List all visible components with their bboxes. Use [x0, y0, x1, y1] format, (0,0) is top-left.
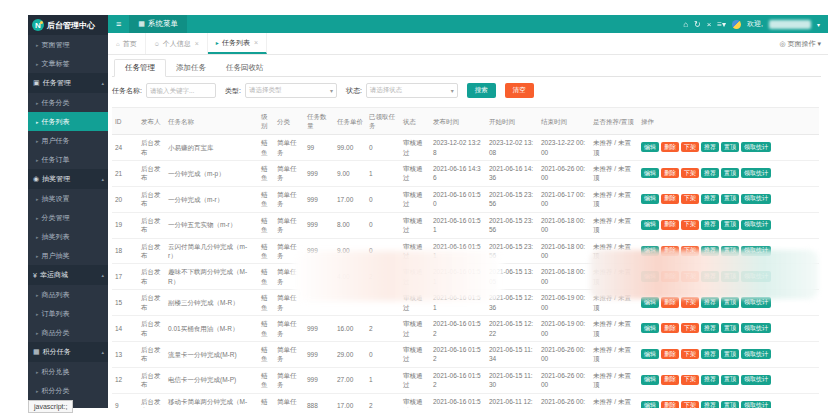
action-edit-button[interactable]: 编辑 [641, 168, 659, 178]
hamburger-icon[interactable]: ≡ [108, 19, 129, 29]
action-edit-button[interactable]: 编辑 [641, 401, 659, 408]
open-tab-profile[interactable]: ☺个人信息× [146, 33, 208, 54]
tab-system-menu[interactable]: ▦ 系统菜单 [129, 15, 187, 33]
action-edit-button[interactable]: 编辑 [641, 142, 659, 152]
action-claim-stats-button[interactable]: 领取统计 [741, 297, 771, 307]
avatar[interactable] [732, 20, 741, 29]
action-recommend-button[interactable]: 推荐 [701, 375, 719, 385]
action-recommend-button[interactable]: 推荐 [701, 246, 719, 256]
action-delete-button[interactable]: 删除 [661, 297, 679, 307]
action-claim-stats-button[interactable]: 领取统计 [741, 349, 771, 359]
sidebar-item[interactable]: ▸商品分类 [28, 323, 108, 342]
clear-button[interactable]: 清空 [505, 83, 534, 98]
open-tab-task-list[interactable]: ▸任务列表× [208, 33, 267, 54]
sidebar-item[interactable]: ▸抽奖列表 [28, 227, 108, 246]
action-offshelf-button[interactable]: 下架 [681, 271, 699, 281]
action-edit-button[interactable]: 编辑 [641, 323, 659, 333]
action-recommend-button[interactable]: 推荐 [701, 401, 719, 408]
action-offshelf-button[interactable]: 下架 [681, 375, 699, 385]
sidebar-item[interactable]: ▸任务列表 [28, 112, 108, 131]
action-pin-top-button[interactable]: 置顶 [721, 220, 739, 230]
action-pin-top-button[interactable]: 置顶 [721, 168, 739, 178]
action-recommend-button[interactable]: 推荐 [701, 168, 719, 178]
action-delete-button[interactable]: 删除 [661, 246, 679, 256]
action-delete-button[interactable]: 删除 [661, 375, 679, 385]
fullscreen-close-icon[interactable]: × [707, 20, 712, 29]
action-claim-stats-button[interactable]: 领取统计 [741, 168, 771, 178]
sidebar-item[interactable]: ▸用户抽奖 [28, 246, 108, 265]
menu-list-icon[interactable]: ≡▾ [717, 20, 726, 29]
tab-add-task[interactable]: 添加任务 [166, 60, 216, 76]
action-claim-stats-button[interactable]: 领取统计 [741, 220, 771, 230]
sidebar-group-task-management[interactable]: ▣任务管理▴ [28, 73, 108, 93]
sidebar-group-lottery-management[interactable]: ◉抽奖管理▴ [28, 169, 108, 189]
tab-task-manage[interactable]: 任务管理 [114, 59, 166, 77]
action-edit-button[interactable]: 编辑 [641, 271, 659, 281]
action-edit-button[interactable]: 编辑 [641, 375, 659, 385]
action-recommend-button[interactable]: 推荐 [701, 142, 719, 152]
action-edit-button[interactable]: 编辑 [641, 297, 659, 307]
action-recommend-button[interactable]: 推荐 [701, 220, 719, 230]
close-icon[interactable]: × [195, 40, 199, 47]
close-icon[interactable]: × [254, 39, 258, 46]
action-offshelf-button[interactable]: 下架 [681, 401, 699, 408]
action-edit-button[interactable]: 编辑 [641, 246, 659, 256]
sidebar-item[interactable]: ▸商品列表 [28, 285, 108, 304]
action-pin-top-button[interactable]: 置顶 [721, 323, 739, 333]
action-claim-stats-button[interactable]: 领取统计 [741, 246, 771, 256]
sidebar-item[interactable]: ▸抽奖设置 [28, 189, 108, 208]
page-operations-dropdown[interactable]: ◎ 页面操作 ▾ [779, 33, 828, 54]
action-claim-stats-button[interactable]: 领取统计 [741, 142, 771, 152]
sidebar-group-lucky-mall[interactable]: ¥幸运商城▴ [28, 265, 108, 285]
action-recommend-button[interactable]: 推荐 [701, 297, 719, 307]
sidebar-item[interactable]: ▸任务订单 [28, 150, 108, 169]
action-claim-stats-button[interactable]: 领取统计 [741, 271, 771, 281]
action-claim-stats-button[interactable]: 领取统计 [741, 323, 771, 333]
sidebar-item[interactable]: ▸积分兑换 [28, 362, 108, 381]
action-pin-top-button[interactable]: 置顶 [721, 375, 739, 385]
sidebar-item[interactable]: ▸订单列表 [28, 304, 108, 323]
action-offshelf-button[interactable]: 下架 [681, 142, 699, 152]
action-offshelf-button[interactable]: 下架 [681, 349, 699, 359]
sidebar-item[interactable]: ▸分类管理 [28, 208, 108, 227]
action-edit-button[interactable]: 编辑 [641, 194, 659, 204]
task-name-input[interactable] [146, 83, 216, 98]
action-offshelf-button[interactable]: 下架 [681, 194, 699, 204]
action-pin-top-button[interactable]: 置顶 [721, 271, 739, 281]
sidebar-item[interactable]: ▸文章标签 [28, 54, 108, 73]
action-delete-button[interactable]: 删除 [661, 323, 679, 333]
search-button[interactable]: 搜索 [467, 83, 496, 98]
action-claim-stats-button[interactable]: 领取统计 [741, 401, 771, 408]
action-pin-top-button[interactable]: 置顶 [721, 142, 739, 152]
action-offshelf-button[interactable]: 下架 [681, 323, 699, 333]
home-icon[interactable]: ⌂ [683, 20, 688, 29]
sidebar-group-points-tasks[interactable]: ▦积分任务▴ [28, 342, 108, 362]
action-offshelf-button[interactable]: 下架 [681, 297, 699, 307]
action-claim-stats-button[interactable]: 领取统计 [741, 375, 771, 385]
sidebar-item[interactable]: ▸任务分类 [28, 93, 108, 112]
sidebar-item[interactable]: ▸页面管理 [28, 35, 108, 54]
action-pin-top-button[interactable]: 置顶 [721, 401, 739, 408]
action-delete-button[interactable]: 删除 [661, 271, 679, 281]
action-edit-button[interactable]: 编辑 [641, 220, 659, 230]
user-dropdown-caret-icon[interactable]: ▾ [817, 21, 820, 28]
action-pin-top-button[interactable]: 置顶 [721, 297, 739, 307]
action-offshelf-button[interactable]: 下架 [681, 220, 699, 230]
action-delete-button[interactable]: 删除 [661, 220, 679, 230]
action-delete-button[interactable]: 删除 [661, 349, 679, 359]
action-pin-top-button[interactable]: 置顶 [721, 194, 739, 204]
action-delete-button[interactable]: 删除 [661, 142, 679, 152]
sidebar-item[interactable]: ▸积分分类 [28, 381, 108, 400]
action-edit-button[interactable]: 编辑 [641, 349, 659, 359]
status-select[interactable]: 请选择状态 ▾ [366, 83, 458, 98]
action-offshelf-button[interactable]: 下架 [681, 246, 699, 256]
action-claim-stats-button[interactable]: 领取统计 [741, 194, 771, 204]
action-recommend-button[interactable]: 推荐 [701, 194, 719, 204]
tab-task-recycle[interactable]: 任务回收站 [216, 60, 274, 76]
action-recommend-button[interactable]: 推荐 [701, 349, 719, 359]
refresh-icon[interactable]: ↻ [694, 20, 701, 29]
action-delete-button[interactable]: 删除 [661, 194, 679, 204]
sidebar-item[interactable]: ▸用户任务 [28, 131, 108, 150]
action-delete-button[interactable]: 删除 [661, 401, 679, 408]
action-pin-top-button[interactable]: 置顶 [721, 349, 739, 359]
